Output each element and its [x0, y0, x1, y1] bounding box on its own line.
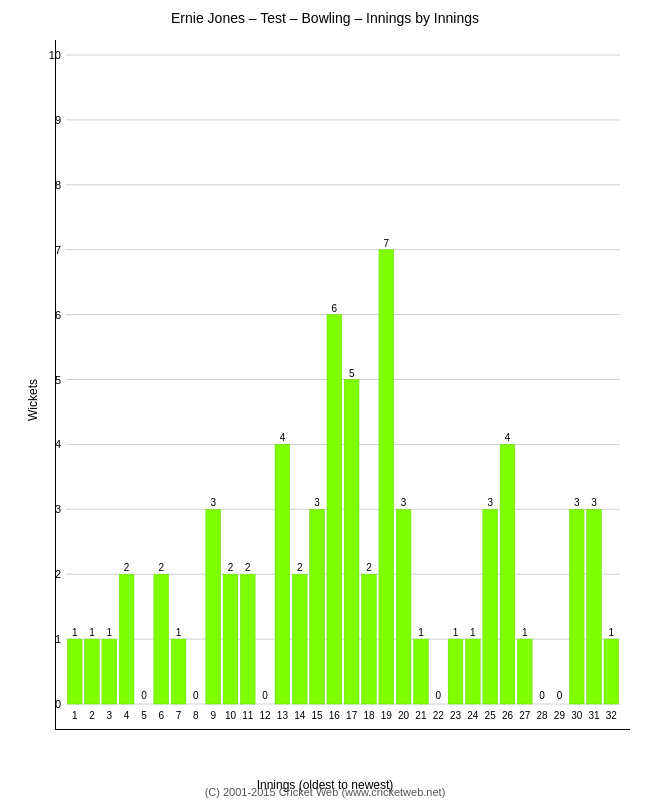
svg-text:5: 5	[55, 374, 61, 386]
svg-text:6: 6	[332, 303, 338, 314]
svg-rect-61	[292, 574, 307, 704]
svg-text:11: 11	[242, 710, 254, 721]
svg-rect-109	[569, 509, 584, 704]
svg-rect-100	[517, 639, 532, 704]
svg-rect-73	[362, 574, 377, 704]
svg-rect-25	[85, 639, 100, 704]
svg-rect-37	[154, 574, 169, 704]
svg-text:7: 7	[384, 238, 390, 249]
copyright-text: (C) 2001-2015 Cricket Web (www.cricketwe…	[0, 786, 650, 798]
svg-text:2: 2	[124, 562, 130, 573]
bar-chart: 0123456789101112132405261708392102110124…	[56, 40, 630, 729]
svg-text:14: 14	[294, 710, 306, 721]
svg-rect-115	[604, 639, 619, 704]
svg-text:3: 3	[591, 497, 597, 508]
svg-rect-49	[223, 574, 238, 704]
svg-text:1: 1	[72, 710, 78, 721]
svg-text:1: 1	[418, 627, 424, 638]
svg-rect-58	[275, 444, 290, 704]
svg-rect-46	[206, 509, 221, 704]
svg-rect-70	[344, 380, 359, 705]
svg-text:5: 5	[349, 368, 355, 379]
svg-text:1: 1	[609, 627, 615, 638]
svg-text:23: 23	[450, 710, 462, 721]
svg-text:3: 3	[314, 497, 320, 508]
svg-rect-82	[414, 639, 429, 704]
svg-text:12: 12	[260, 710, 272, 721]
svg-text:1: 1	[107, 627, 113, 638]
svg-rect-64	[310, 509, 325, 704]
svg-text:3: 3	[401, 497, 407, 508]
svg-text:0: 0	[193, 690, 199, 701]
svg-text:4: 4	[505, 432, 511, 443]
svg-rect-79	[396, 509, 411, 704]
svg-text:8: 8	[55, 179, 61, 191]
svg-text:8: 8	[193, 710, 199, 721]
svg-text:1: 1	[72, 627, 78, 638]
svg-text:28: 28	[537, 710, 549, 721]
svg-rect-94	[483, 509, 498, 704]
svg-text:27: 27	[519, 710, 531, 721]
svg-text:20: 20	[398, 710, 410, 721]
y-axis-label: Wickets	[26, 379, 40, 421]
svg-text:17: 17	[346, 710, 358, 721]
svg-text:4: 4	[124, 710, 130, 721]
svg-text:18: 18	[363, 710, 375, 721]
svg-rect-91	[465, 639, 480, 704]
chart-area: 0123456789101112132405261708392102110124…	[55, 40, 630, 730]
svg-rect-97	[500, 444, 515, 704]
svg-text:2: 2	[297, 562, 303, 573]
svg-rect-31	[119, 574, 134, 704]
svg-text:0: 0	[539, 690, 545, 701]
svg-text:7: 7	[176, 710, 182, 721]
svg-text:1: 1	[55, 633, 61, 645]
chart-container: Ernie Jones – Test – Bowling – Innings b…	[0, 0, 650, 800]
svg-text:9: 9	[55, 114, 61, 126]
svg-text:2: 2	[158, 562, 164, 573]
svg-text:1: 1	[522, 627, 528, 638]
svg-text:32: 32	[606, 710, 618, 721]
svg-text:5: 5	[141, 710, 147, 721]
svg-text:0: 0	[435, 690, 441, 701]
svg-text:26: 26	[502, 710, 514, 721]
svg-text:30: 30	[571, 710, 583, 721]
svg-text:31: 31	[588, 710, 600, 721]
svg-text:13: 13	[277, 710, 289, 721]
svg-text:0: 0	[55, 698, 61, 710]
svg-text:22: 22	[433, 710, 445, 721]
svg-text:0: 0	[557, 690, 563, 701]
svg-text:3: 3	[55, 503, 61, 515]
svg-text:6: 6	[158, 710, 164, 721]
svg-rect-112	[587, 509, 602, 704]
svg-text:3: 3	[107, 710, 113, 721]
svg-rect-52	[240, 574, 255, 704]
svg-text:9: 9	[210, 710, 216, 721]
svg-rect-88	[448, 639, 463, 704]
svg-text:24: 24	[467, 710, 479, 721]
svg-text:21: 21	[415, 710, 427, 721]
svg-rect-40	[171, 639, 186, 704]
svg-text:19: 19	[381, 710, 393, 721]
svg-text:2: 2	[228, 562, 234, 573]
svg-text:1: 1	[89, 627, 95, 638]
svg-text:25: 25	[485, 710, 497, 721]
svg-text:15: 15	[311, 710, 323, 721]
svg-text:0: 0	[141, 690, 147, 701]
svg-text:7: 7	[55, 244, 61, 256]
svg-text:1: 1	[470, 627, 476, 638]
svg-text:6: 6	[55, 309, 61, 321]
svg-text:1: 1	[453, 627, 459, 638]
svg-text:4: 4	[280, 432, 286, 443]
svg-text:2: 2	[55, 568, 61, 580]
svg-text:10: 10	[49, 49, 61, 61]
svg-text:2: 2	[89, 710, 95, 721]
svg-rect-67	[327, 315, 342, 704]
chart-title: Ernie Jones – Test – Bowling – Innings b…	[0, 0, 650, 31]
svg-text:3: 3	[487, 497, 493, 508]
svg-text:4: 4	[55, 438, 61, 450]
svg-text:3: 3	[210, 497, 216, 508]
svg-text:10: 10	[225, 710, 237, 721]
svg-text:0: 0	[262, 690, 268, 701]
svg-text:29: 29	[554, 710, 566, 721]
svg-text:1: 1	[176, 627, 182, 638]
